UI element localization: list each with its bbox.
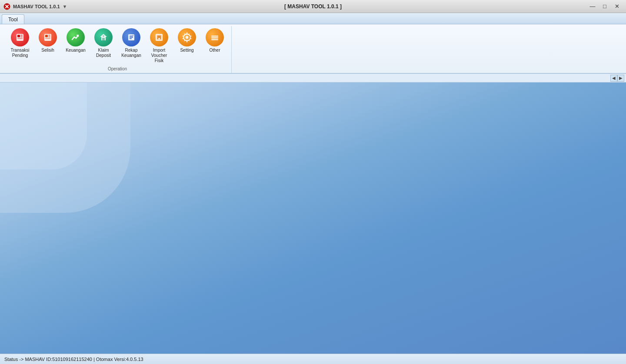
svg-rect-7	[17, 38, 23, 39]
keuangan-button[interactable]: Keuangan	[63, 26, 89, 66]
setting-button[interactable]: Setting	[174, 26, 200, 66]
transaksi-pending-label: TransaksiPending	[11, 48, 30, 58]
svg-rect-9	[45, 35, 48, 37]
svg-point-15	[103, 35, 104, 37]
svg-rect-12	[45, 38, 50, 39]
nav-right-arrow[interactable]: ▶	[617, 75, 624, 82]
pin-button[interactable]: ▼	[63, 4, 67, 9]
svg-rect-29	[211, 39, 218, 40]
keuangan-icon	[67, 28, 85, 46]
nav-left-arrow[interactable]: ◀	[610, 75, 617, 82]
svg-rect-27	[211, 36, 218, 37]
klaim-deposit-button[interactable]: KlaimDeposit	[90, 26, 117, 66]
svg-rect-5	[20, 35, 23, 36]
decorative-shape-2	[0, 83, 87, 169]
other-icon	[206, 28, 224, 46]
ribbon-buttons: TransaksiPending Selisih	[7, 26, 228, 66]
ribbon-group-operation: TransaksiPending Selisih	[3, 26, 232, 73]
window-controls: — □ ✕	[587, 2, 623, 11]
rekap-keuangan-button[interactable]: RekapKeuangan	[118, 26, 144, 66]
tab-bar: Tool	[0, 13, 626, 24]
transaksi-pending-button[interactable]: TransaksiPending	[7, 26, 33, 66]
import-voucher-fisik-label: Import VoucherFisik	[149, 48, 169, 63]
svg-rect-6	[20, 36, 23, 37]
minimize-button[interactable]: —	[587, 2, 598, 11]
rekap-keuangan-label: RekapKeuangan	[121, 48, 141, 58]
import-voucher-fisik-button[interactable]: Import VoucherFisik	[146, 26, 172, 66]
svg-rect-14	[102, 38, 105, 40]
klaim-deposit-icon	[94, 28, 113, 46]
svg-rect-11	[48, 36, 50, 37]
other-button[interactable]: Other	[202, 26, 228, 66]
nav-arrows: ◀ ▶	[0, 74, 626, 83]
maximize-button[interactable]: □	[599, 2, 610, 11]
app-icon	[3, 3, 10, 10]
title-bar: MASHAV TOOL 1.0.1 ▼ [ MASHAV TOOL 1.0.1 …	[0, 0, 626, 13]
title-bar-left: MASHAV TOOL 1.0.1 ▼	[3, 3, 67, 10]
selisih-button[interactable]: Selisih	[35, 26, 61, 66]
keuangan-label: Keuangan	[66, 48, 86, 53]
svg-rect-28	[211, 37, 218, 39]
close-button[interactable]: ✕	[611, 2, 623, 11]
status-text: Status -> MASHAV ID:510109162115240 | Ot…	[4, 357, 143, 362]
status-bar: Status -> MASHAV ID:510109162115240 | Ot…	[0, 354, 626, 364]
selisih-icon	[39, 28, 57, 46]
setting-label: Setting	[180, 48, 193, 53]
ribbon-group-label: Operation	[108, 66, 127, 71]
svg-rect-4	[17, 35, 20, 37]
import-voucher-fisik-icon	[150, 28, 168, 46]
ribbon: TransaksiPending Selisih	[0, 24, 626, 74]
app-name-label: MASHAV TOOL 1.0.1	[13, 4, 60, 9]
transaksi-pending-icon	[11, 28, 29, 46]
setting-icon	[178, 28, 196, 46]
svg-rect-10	[48, 35, 50, 36]
tab-tool[interactable]: Tool	[2, 14, 24, 24]
window-title: [ MASHAV TOOL 1.0.1 ]	[284, 3, 342, 10]
svg-point-26	[186, 36, 189, 39]
main-area	[0, 83, 626, 354]
rekap-keuangan-icon	[122, 28, 140, 46]
selisih-label: Selisih	[41, 48, 54, 53]
other-label: Other	[209, 48, 220, 53]
klaim-deposit-label: KlaimDeposit	[96, 48, 111, 58]
